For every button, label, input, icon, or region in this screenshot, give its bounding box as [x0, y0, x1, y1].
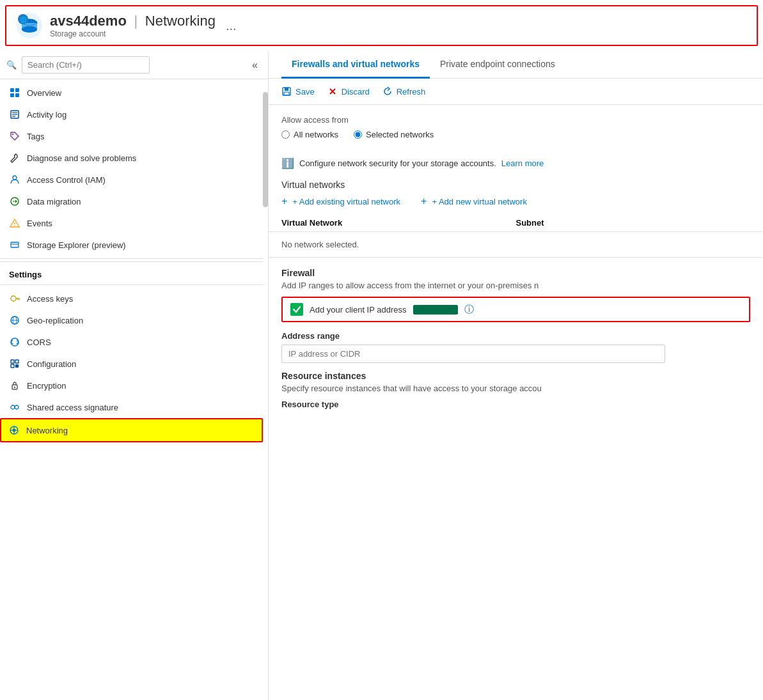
header-title: avs44demo | Networking — [50, 13, 216, 29]
access-radio-group: All networks Selected networks — [281, 130, 750, 139]
address-range-label: Address range — [281, 331, 750, 341]
config-icon — [9, 358, 20, 369]
svg-point-37 — [11, 405, 15, 409]
firewall-title: Firewall — [281, 268, 750, 278]
sidebar-item-activity-log[interactable]: Activity log — [0, 104, 263, 125]
keys-icon — [9, 293, 20, 304]
discard-button[interactable]: Discard — [327, 86, 370, 97]
resource-type-label: Resource type — [281, 400, 750, 409]
sidebar-item-label: Storage Explorer (preview) — [27, 240, 126, 250]
cors-icon — [9, 336, 20, 348]
header-subtitle: Storage account — [50, 29, 216, 38]
sidebar-scrollbar[interactable] — [263, 92, 268, 207]
address-range-input[interactable] — [281, 345, 665, 363]
save-icon — [281, 86, 292, 97]
sidebar-item-diagnose[interactable]: Diagnose and solve problems — [0, 147, 263, 169]
sidebar-item-networking[interactable]: Networking — [0, 418, 263, 442]
sidebar-item-label: Events — [27, 219, 52, 228]
sidebar-item-iam[interactable]: Access Control (IAM) — [0, 169, 263, 191]
sidebar-item-data-migration[interactable]: Data migration — [0, 191, 263, 212]
client-ip-checkbox[interactable] — [290, 303, 303, 316]
svg-point-36 — [14, 387, 15, 388]
content-area: Firewalls and virtual networks Private e… — [269, 51, 763, 700]
svg-point-4 — [22, 26, 37, 33]
sidebar-item-access-keys[interactable]: Access keys — [0, 288, 263, 309]
client-ip-info-icon[interactable]: ⓘ — [464, 304, 474, 316]
svg-point-16 — [13, 176, 17, 180]
refresh-button[interactable]: Refresh — [382, 86, 426, 97]
networking-icon — [8, 424, 20, 436]
svg-point-30 — [11, 338, 19, 346]
info-bar: ℹ️ Configure network security for your s… — [269, 157, 763, 169]
sidebar-item-cors[interactable]: CORS — [0, 331, 263, 353]
all-networks-option[interactable]: All networks — [281, 130, 338, 139]
svg-point-20 — [14, 225, 15, 226]
discard-icon — [327, 86, 338, 97]
svg-rect-8 — [15, 88, 19, 92]
sidebar-item-label: Geo-replication — [27, 316, 83, 325]
search-input[interactable] — [22, 56, 150, 74]
migration-icon — [9, 196, 20, 207]
tab-firewalls[interactable]: Firewalls and virtual networks — [281, 51, 430, 79]
vnet-actions: + + Add existing virtual network + + Add… — [269, 196, 763, 206]
subnet-col-header: Subnet — [516, 218, 751, 228]
sidebar-nav-list: Overview Activity log Tags — [0, 79, 263, 700]
svg-rect-32 — [15, 360, 19, 363]
iam-icon — [9, 174, 20, 185]
sidebar-item-label: Configuration — [27, 359, 76, 369]
events-icon — [9, 217, 20, 229]
selected-networks-radio[interactable] — [354, 130, 362, 139]
sidebar-item-storage-explorer[interactable]: Storage Explorer (preview) — [0, 234, 263, 256]
overview-icon — [9, 87, 20, 98]
vnet-col-header: Virtual Network — [281, 218, 516, 228]
sidebar-item-sas[interactable]: Shared access signature — [0, 396, 263, 418]
header-ellipsis[interactable]: ... — [226, 19, 237, 33]
all-networks-label: All networks — [294, 130, 338, 139]
resource-instances-title: Resource instances — [281, 371, 750, 381]
add-existing-vnet-button[interactable]: + + Add existing virtual network — [281, 196, 400, 206]
sas-icon — [9, 401, 20, 413]
add-new-label: + Add new virtual network — [432, 197, 527, 206]
sidebar-item-configuration[interactable]: Configuration — [0, 353, 263, 375]
add-new-vnet-button[interactable]: + + Add new virtual network — [421, 196, 527, 206]
firewall-section: Firewall Add IP ranges to allow access f… — [269, 268, 763, 322]
client-ip-label: Add your client IP address — [310, 305, 407, 315]
sidebar-item-label: Tags — [27, 132, 44, 141]
resource-instances-section: Resource instances Specify resource inst… — [269, 371, 763, 409]
selected-networks-option[interactable]: Selected networks — [354, 130, 434, 139]
collapse-sidebar-button[interactable]: « — [248, 58, 262, 72]
sidebar-item-overview[interactable]: Overview — [0, 82, 263, 104]
sidebar-search-bar: 🔍 « — [0, 51, 268, 79]
sidebar-item-encryption[interactable]: Encryption — [0, 375, 263, 396]
wrench-icon — [9, 152, 20, 164]
svg-point-38 — [15, 405, 19, 409]
svg-text:🌐: 🌐 — [20, 16, 28, 24]
tab-private-endpoints[interactable]: Private endpoint connections — [430, 51, 565, 79]
learn-more-link[interactable]: Learn more — [501, 159, 544, 168]
selected-networks-label: Selected networks — [366, 130, 434, 139]
encryption-icon — [9, 380, 20, 391]
firewall-desc: Add IP ranges to allow access from the i… — [281, 281, 750, 290]
svg-point-15 — [12, 134, 13, 135]
sidebar-item-tags[interactable]: Tags — [0, 125, 263, 147]
svg-rect-10 — [15, 93, 19, 97]
sidebar-item-events[interactable]: Events — [0, 212, 263, 234]
sidebar-item-label: Encryption — [27, 381, 66, 391]
sidebar-item-label: CORS — [27, 338, 51, 347]
save-button[interactable]: Save — [281, 86, 315, 97]
sidebar-item-geo-replication[interactable]: Geo-replication — [0, 309, 263, 331]
sidebar-item-label: Networking — [26, 426, 68, 435]
svg-rect-47 — [284, 92, 289, 95]
sidebar-item-label: Shared access signature — [27, 403, 118, 412]
sidebar-item-label: Data migration — [27, 197, 81, 206]
allow-access-section: Allow access from All networks Selected … — [269, 105, 763, 157]
virtual-networks-title: Virtual networks — [269, 180, 763, 190]
geo-icon — [9, 315, 20, 326]
svg-rect-21 — [11, 242, 19, 247]
client-ip-row: Add your client IP address •••••••••••• … — [281, 297, 750, 322]
svg-rect-31 — [11, 360, 14, 363]
all-networks-radio[interactable] — [281, 130, 290, 139]
svg-rect-34 — [15, 364, 19, 368]
address-range-section: Address range — [269, 331, 763, 363]
sidebar: 🔍 « Overview Activity log — [0, 51, 269, 700]
